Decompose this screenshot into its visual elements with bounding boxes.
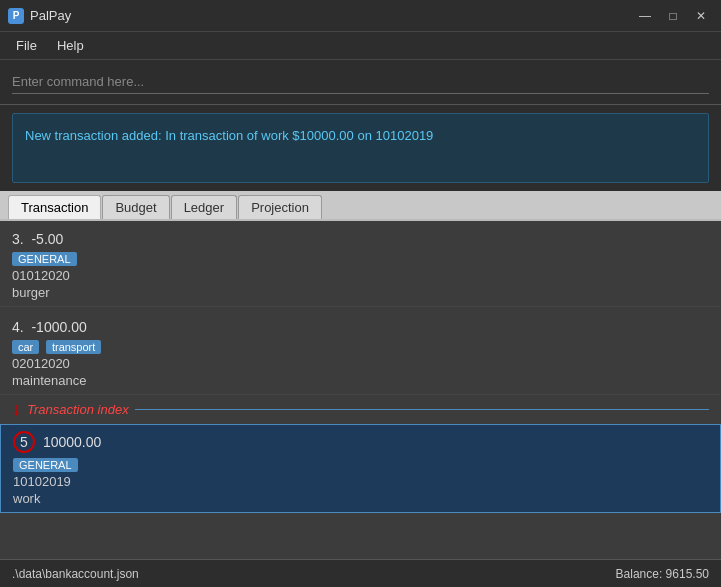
command-input[interactable] bbox=[12, 70, 709, 94]
tx-tags-5: GENERAL bbox=[13, 457, 708, 472]
tx-header-3: 3. -5.00 bbox=[12, 231, 709, 247]
file-path: .\data\bankaccount.json bbox=[12, 567, 139, 581]
status-bar: .\data\bankaccount.json Balance: 9615.50 bbox=[0, 559, 721, 587]
minimize-button[interactable]: — bbox=[633, 6, 657, 26]
status-message: New transaction added: In transaction of… bbox=[12, 113, 709, 183]
tab-budget[interactable]: Budget bbox=[102, 195, 169, 219]
app-icon: P bbox=[8, 8, 24, 24]
tx-date-5: 10102019 bbox=[13, 474, 708, 489]
tag-general-3: GENERAL bbox=[12, 252, 77, 266]
tab-ledger[interactable]: Ledger bbox=[171, 195, 237, 219]
title-bar: P PalPay — □ ✕ bbox=[0, 0, 721, 32]
window-controls: — □ ✕ bbox=[633, 6, 713, 26]
balance: Balance: 9615.50 bbox=[616, 567, 709, 581]
tag-transport: transport bbox=[46, 340, 101, 354]
tx-index-annotation: ↓ Transaction index bbox=[0, 395, 721, 424]
tab-projection[interactable]: Projection bbox=[238, 195, 322, 219]
tx-date-3: 01012020 bbox=[12, 268, 709, 283]
annotation-label: Transaction index bbox=[27, 402, 129, 417]
tx-num-circle: 5 bbox=[13, 431, 35, 453]
maximize-button[interactable]: □ bbox=[661, 6, 685, 26]
tx-tags-4: car transport bbox=[12, 339, 709, 354]
tag-general-5: GENERAL bbox=[13, 458, 78, 472]
transaction-item-3: 3. -5.00 GENERAL 01012020 burger bbox=[0, 225, 721, 307]
command-area bbox=[0, 60, 721, 105]
content-area[interactable]: 3. -5.00 GENERAL 01012020 burger 4. -100… bbox=[0, 219, 721, 559]
menu-bar: File Help bbox=[0, 32, 721, 60]
tx-desc-5: work bbox=[13, 491, 708, 506]
close-button[interactable]: ✕ bbox=[689, 6, 713, 26]
annotation-arrow: ↓ bbox=[12, 399, 21, 420]
tx-header-4: 4. -1000.00 bbox=[12, 319, 709, 335]
tx-desc-3: burger bbox=[12, 285, 709, 300]
transaction-item-5: 5 10000.00 GENERAL 10102019 work bbox=[0, 424, 721, 513]
window-title: PalPay bbox=[30, 8, 71, 23]
tabs-container: Transaction Budget Ledger Projection bbox=[0, 191, 721, 219]
tx-desc-4: maintenance bbox=[12, 373, 709, 388]
tag-car: car bbox=[12, 340, 39, 354]
tx-header-5: 5 10000.00 bbox=[13, 431, 708, 453]
tx-date-4: 02012020 bbox=[12, 356, 709, 371]
tab-transaction[interactable]: Transaction bbox=[8, 195, 101, 219]
annotation-line bbox=[135, 409, 709, 410]
transaction-item-4: 4. -1000.00 car transport 02012020 maint… bbox=[0, 313, 721, 395]
tx-tags-3: GENERAL bbox=[12, 251, 709, 266]
title-bar-left: P PalPay bbox=[8, 8, 71, 24]
menu-help[interactable]: Help bbox=[49, 36, 92, 55]
menu-file[interactable]: File bbox=[8, 36, 45, 55]
